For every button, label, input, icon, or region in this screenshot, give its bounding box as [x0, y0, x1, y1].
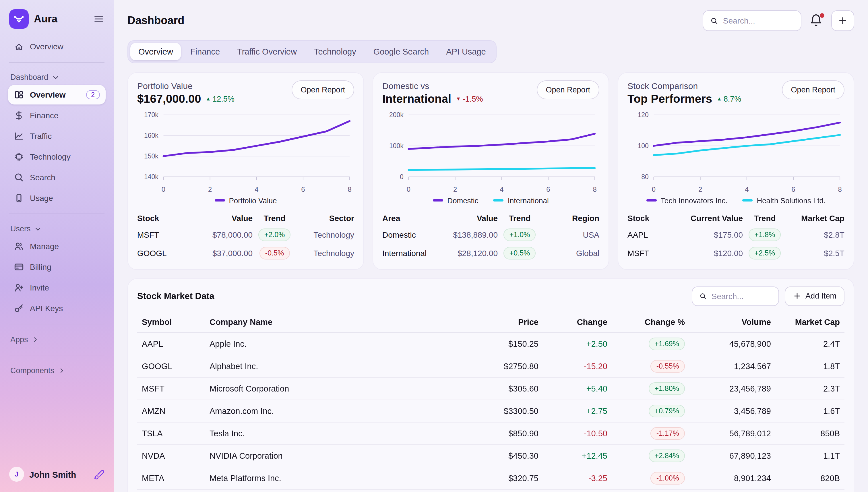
cell-symbol: MSFT	[142, 384, 209, 393]
search-input[interactable]	[723, 16, 794, 25]
card-table: StockValue TrendSector MSFT$78,000.00 +2…	[137, 211, 354, 262]
table-row-meta[interactable]: META Meta Platforms Inc. $320.75 -3.25 -…	[137, 467, 844, 489]
cell-volume: 56,789,012	[685, 428, 771, 438]
add-item-button[interactable]: Add Item	[785, 286, 844, 306]
sidebar-item-billing[interactable]: Billing	[8, 257, 106, 277]
sidebar-item-technology[interactable]: Technology	[8, 147, 106, 167]
table-row-msft[interactable]: MSFT Microsoft Corporation $305.60 +5.40…	[137, 377, 844, 400]
cell-change-pct: -1.17%	[607, 427, 685, 440]
table-search[interactable]	[692, 286, 779, 306]
card-table-header: StockValue TrendSector	[137, 211, 354, 225]
key-icon	[14, 303, 24, 314]
delta-badge: ▲8.7%	[717, 94, 741, 103]
tab-traffic-overview[interactable]: Traffic Overview	[229, 43, 305, 60]
paintbrush-icon[interactable]	[94, 469, 104, 479]
sidebar-divider	[9, 355, 104, 355]
cell-change: -10.50	[539, 428, 607, 438]
cell-change: +5.40	[539, 384, 607, 393]
top-bar: Dashboard	[127, 10, 854, 31]
table-row-aapl[interactable]: AAPL Apple Inc. $150.25 +2.50 +1.69% 45,…	[137, 333, 844, 355]
cell-price: $305.60	[464, 384, 539, 393]
chart-canvas: 0100k200k02468	[382, 109, 599, 195]
legend-swatch	[433, 199, 443, 201]
sidebar-item-api-keys[interactable]: API Keys	[8, 298, 106, 318]
table-row-nvda[interactable]: NVDA NVIDIA Corporation $450.30 +12.45 +…	[137, 445, 844, 467]
cell-volume: 3,456,789	[685, 406, 771, 415]
tab-google-search[interactable]: Google Search	[365, 43, 437, 60]
table-row-amzn[interactable]: AMZN Amazon.com Inc. $3300.50 +2.75 +0.7…	[137, 400, 844, 422]
open-report-button[interactable]: Open Report	[537, 80, 599, 99]
tab-finance[interactable]: Finance	[182, 43, 228, 60]
legend-item: Tech Innovators Inc.	[646, 196, 728, 205]
trend-pill: +1.8%	[749, 228, 781, 241]
notifications-button[interactable]	[810, 14, 823, 28]
cpu-icon	[14, 152, 24, 162]
sidebar-item-search[interactable]: Search	[8, 168, 106, 187]
top-actions	[703, 10, 854, 31]
cell-volume: 45,678,900	[685, 339, 771, 348]
open-report-button[interactable]: Open Report	[291, 80, 354, 99]
card-title: Portfolio Value	[137, 80, 234, 92]
create-new-button[interactable]	[831, 10, 854, 31]
table-row-tsla[interactable]: TSLA Tesla Inc. $850.90 -10.50 -1.17% 56…	[137, 422, 844, 445]
delta-badge: ▲12.5%	[205, 94, 234, 103]
global-search[interactable]	[703, 10, 801, 31]
section-dashboard[interactable]: Dashboard	[8, 68, 106, 85]
card-table-row: Domestic$138,889.00 +1.0% USA	[382, 225, 599, 244]
sidebar-link-apps[interactable]: Apps	[8, 330, 106, 349]
sidebar-link-components[interactable]: Components	[8, 361, 106, 380]
trend-pill: -0.5%	[259, 247, 290, 259]
device-icon	[14, 193, 24, 203]
user-row[interactable]: J John Smith	[8, 464, 106, 484]
sidebar-item-overview[interactable]: Overview	[8, 37, 106, 56]
sidebar-item-overview[interactable]: Overview 2	[8, 85, 106, 104]
main-content: Dashboard	[114, 0, 868, 492]
svg-text:140k: 140k	[144, 173, 158, 180]
card-table-header: AreaValue TrendRegion	[382, 211, 599, 225]
sidebar-item-invite[interactable]: Invite	[8, 278, 106, 297]
chart-canvas: 140k150k160k170k02468	[137, 109, 354, 195]
sidebar-item-label: Traffic	[30, 131, 52, 141]
triangle-up-icon: ▲	[205, 96, 211, 102]
user-plus-icon	[14, 282, 24, 293]
sidebar-item-usage[interactable]: Usage	[8, 188, 106, 208]
hamburger-menu-icon[interactable]	[93, 13, 104, 25]
sidebar-item-traffic[interactable]: Traffic	[8, 126, 106, 146]
line-chart: 140k150k160k170k02468 Portfolio Value	[137, 109, 354, 205]
search-icon	[710, 16, 718, 26]
chev-down	[52, 73, 60, 81]
summary-cards: Portfolio Value $167,000.00 ▲12.5% Open …	[127, 72, 854, 270]
svg-text:6: 6	[791, 185, 795, 193]
chart-legend: Tech Innovators Inc. Health Solutions Lt…	[627, 196, 844, 205]
tab-technology[interactable]: Technology	[306, 43, 364, 60]
section-users[interactable]: Users	[8, 220, 106, 237]
users-icon	[14, 241, 24, 251]
chart-legend: Portfolio Value	[137, 196, 354, 205]
card-header: Domestic vs International ▼-1.5% Open Re…	[382, 80, 599, 105]
cell-market-cap: 820B	[771, 473, 840, 483]
search-icon	[699, 291, 707, 300]
section-items: Overview 2 Finance Traffic Technology Se…	[8, 85, 106, 208]
tab-overview[interactable]: Overview	[130, 43, 181, 60]
sidebar: Aura Overview Dashboard Overview 2 Finan…	[0, 0, 114, 492]
sidebar-item-label: Search	[30, 173, 55, 182]
sidebar-item-finance[interactable]: Finance	[8, 106, 106, 125]
brand-row: Aura	[8, 9, 106, 37]
table-row-nflx[interactable]: NFLX Netflix Inc. $480.20 +9.90 +1.89% 4…	[137, 489, 844, 492]
cell-market-cap: 1.8T	[771, 361, 840, 371]
sidebar-item-manage[interactable]: Manage	[8, 237, 106, 256]
line-chart: 0100k200k02468 Domestic International	[382, 109, 599, 205]
aura-logo-icon	[9, 9, 29, 29]
tab-api-usage[interactable]: API Usage	[438, 43, 494, 60]
card-value: $167,000.00 ▲12.5%	[137, 92, 234, 105]
sidebar-item-label: Overview	[30, 90, 66, 99]
delta-badge: ▼-1.5%	[456, 94, 483, 103]
table-search-input[interactable]	[712, 291, 772, 300]
svg-text:4: 4	[255, 185, 258, 193]
open-report-button[interactable]: Open Report	[782, 80, 844, 99]
cell-change-pct: +2.84%	[607, 449, 685, 462]
table-row-googl[interactable]: GOOGL Alphabet Inc. $2750.80 -15.20 -0.5…	[137, 355, 844, 377]
section-label: Users	[10, 224, 31, 233]
card-stock-comparison: Stock Comparison Top Performers ▲8.7% Op…	[618, 72, 854, 270]
change-pct-pill: +0.79%	[649, 404, 685, 417]
